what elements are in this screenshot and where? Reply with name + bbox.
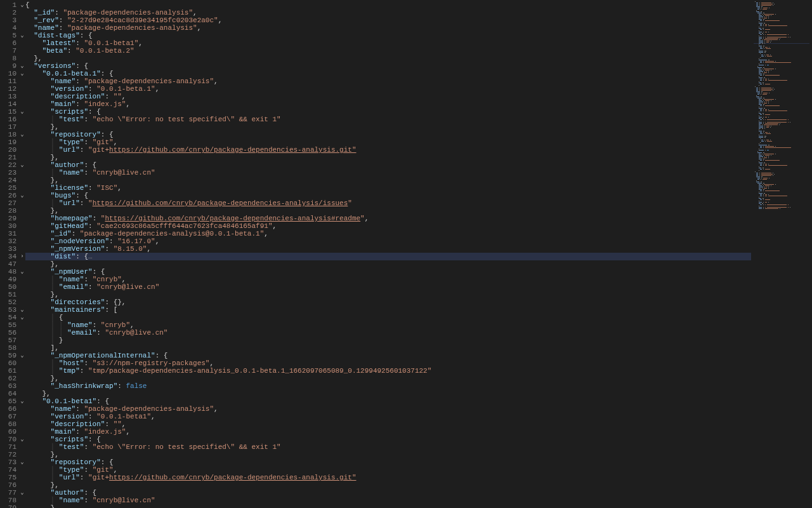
code-line[interactable]: │ │ "email": "cnryb@live.cn"	[25, 329, 751, 337]
line-number[interactable]: 55	[0, 321, 25, 329]
code-area[interactable]: { "_id": "package-dependencies-analysis"…	[25, 0, 751, 508]
code-line[interactable]: │ "host": "s3://npm-registry-packages",	[25, 359, 751, 367]
line-number[interactable]: 2	[0, 9, 25, 17]
line-number[interactable]: 5⌄	[0, 32, 25, 39]
chevron-down-icon[interactable]: ⌄	[19, 352, 25, 359]
line-number[interactable]: 77⌄	[0, 489, 25, 497]
chevron-down-icon[interactable]: ⌄	[19, 489, 25, 497]
line-number[interactable]: 10⌄	[0, 70, 25, 77]
code-line[interactable]: },	[25, 451, 751, 458]
code-line[interactable]: │ "test": "echo \"Error: no test specifi…	[25, 443, 751, 451]
code-line[interactable]: │ "name": "cnryb@live.cn"	[25, 497, 751, 504]
code-line[interactable]: │ "test": "echo \"Error: no test specifi…	[25, 116, 751, 123]
code-line[interactable]: │ "url": "git+https://github.com/cnryb/p…	[25, 146, 751, 154]
code-line[interactable]: },	[25, 177, 751, 184]
line-number[interactable]: 21	[0, 154, 25, 161]
chevron-right-icon[interactable]: ›	[19, 253, 25, 260]
code-line[interactable]: },	[25, 481, 751, 489]
code-line[interactable]: "version": "0.0.1-beta1",	[25, 413, 751, 420]
chevron-down-icon[interactable]: ⌄	[19, 458, 25, 466]
line-number[interactable]: 50	[0, 283, 25, 291]
line-number[interactable]: 7	[0, 47, 25, 55]
code-line[interactable]: {	[25, 1, 751, 9]
line-number[interactable]: 65⌄	[0, 398, 25, 405]
code-line[interactable]: "_npmVersion": "8.15.0",	[25, 245, 751, 253]
code-line[interactable]: "versions": {	[25, 62, 751, 70]
chevron-down-icon[interactable]: ⌄	[19, 131, 25, 138]
line-number[interactable]: 53⌄	[0, 306, 25, 314]
code-line[interactable]: │ "name": "cnryb@live.cn"	[25, 169, 751, 177]
code-line[interactable]: },	[25, 375, 751, 382]
line-number[interactable]: 6	[0, 39, 25, 47]
code-line[interactable]: "version": "0.0.1-beta.1",	[25, 85, 751, 93]
line-number[interactable]: 75	[0, 474, 25, 481]
line-number[interactable]: 69	[0, 428, 25, 436]
code-line[interactable]: "0.0.1-beta1": {	[25, 398, 751, 405]
code-line[interactable]: },	[25, 154, 751, 161]
code-line[interactable]: "main": "index.js",	[25, 100, 751, 108]
code-line[interactable]: "scripts": {	[25, 108, 751, 116]
line-number[interactable]: 9⌄	[0, 62, 25, 70]
line-number[interactable]: 14	[0, 100, 25, 108]
line-number[interactable]: 15⌄	[0, 108, 25, 116]
line-number[interactable]: 67	[0, 413, 25, 420]
line-number[interactable]: 3	[0, 17, 25, 24]
line-number[interactable]: 34›	[0, 253, 25, 260]
code-line[interactable]: },	[25, 123, 751, 131]
line-number[interactable]: 22⌄	[0, 161, 25, 169]
code-line[interactable]: │ "type": "git",	[25, 466, 751, 474]
code-line[interactable]: "author": {	[25, 489, 751, 497]
code-line[interactable]: },	[25, 55, 751, 62]
code-line[interactable]: "_id": "package-dependencies-analysis",	[25, 9, 751, 17]
line-number[interactable]: 33	[0, 245, 25, 253]
line-number[interactable]: 73⌄	[0, 458, 25, 466]
code-line[interactable]: "latest": "0.0.1-beta1",	[25, 39, 751, 47]
code-line[interactable]: ],	[25, 344, 751, 352]
code-line[interactable]: "0.0.1-beta.1": {	[25, 70, 751, 77]
line-number[interactable]: 1⌄	[0, 1, 25, 9]
chevron-down-icon[interactable]: ⌄	[19, 398, 25, 405]
line-number[interactable]: 79	[0, 504, 25, 508]
line-number[interactable]: 66	[0, 405, 25, 413]
line-number[interactable]: 74	[0, 466, 25, 474]
line-number[interactable]: 63	[0, 382, 25, 390]
code-line[interactable]: },	[25, 260, 751, 268]
line-number[interactable]: 61	[0, 367, 25, 375]
line-number[interactable]: 28	[0, 207, 25, 215]
code-line[interactable]: "name": "package-dependencies-analysis",	[25, 24, 751, 32]
line-number[interactable]: 60	[0, 359, 25, 367]
line-number[interactable]: 23	[0, 169, 25, 177]
line-number[interactable]: 29	[0, 215, 25, 222]
line-number[interactable]: 52	[0, 298, 25, 306]
code-line[interactable]: "_npmUser": {	[25, 268, 751, 276]
code-line[interactable]: "_nodeVersion": "16.17.0",	[25, 237, 751, 245]
code-line[interactable]: "name": "package-dependencies-analysis",	[25, 77, 751, 85]
code-line[interactable]: },	[25, 504, 751, 508]
line-number[interactable]: 70⌄	[0, 436, 25, 443]
code-line[interactable]: "description": "",	[25, 93, 751, 100]
line-number[interactable]: 18⌄	[0, 131, 25, 138]
code-line[interactable]: │ }	[25, 337, 751, 344]
line-number[interactable]: 8	[0, 55, 25, 62]
line-number[interactable]: 19	[0, 138, 25, 146]
chevron-down-icon[interactable]: ⌄	[19, 32, 25, 39]
chevron-down-icon[interactable]: ⌄	[19, 268, 25, 276]
code-line[interactable]: "homepage": "https://github.com/cnryb/pa…	[25, 215, 751, 222]
code-line[interactable]: │ "type": "git",	[25, 138, 751, 146]
code-line[interactable]: "main": "index.js",	[25, 428, 751, 436]
line-number[interactable]: 56	[0, 329, 25, 337]
line-number[interactable]: 12	[0, 85, 25, 93]
code-line[interactable]: "maintainers": [	[25, 306, 751, 314]
line-number[interactable]: 76	[0, 481, 25, 489]
line-number[interactable]: 71	[0, 443, 25, 451]
line-number[interactable]: 4	[0, 24, 25, 32]
code-line[interactable]: "directories": {},	[25, 298, 751, 306]
code-line[interactable]: },	[25, 390, 751, 398]
code-line[interactable]: "_npmOperationalInternal": {	[25, 352, 751, 359]
code-line[interactable]: "dist-tags": {	[25, 32, 751, 39]
code-line[interactable]: │ "name": "cnryb",	[25, 276, 751, 283]
code-line[interactable]: },	[25, 291, 751, 298]
code-line[interactable]: "name": "package-dependencies-analysis",	[25, 405, 751, 413]
chevron-down-icon[interactable]: ⌄	[19, 306, 25, 314]
line-number-gutter[interactable]: 1⌄2345⌄6789⌄10⌄1112131415⌄161718⌄1920212…	[0, 0, 25, 508]
